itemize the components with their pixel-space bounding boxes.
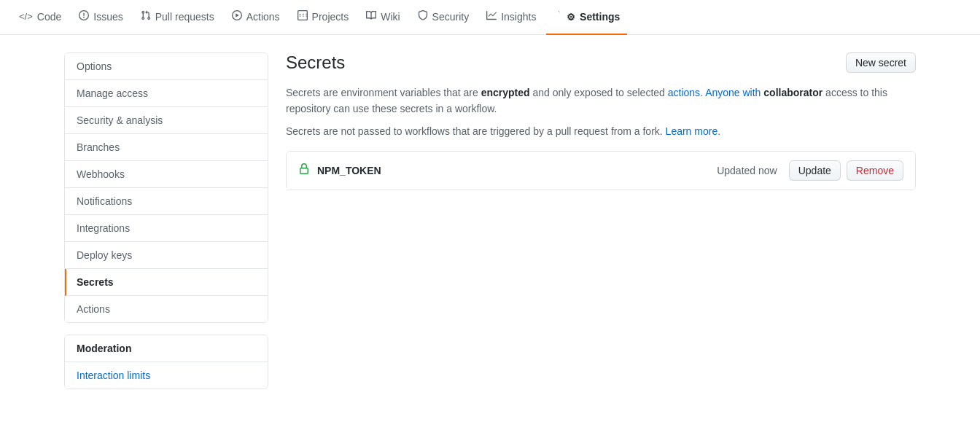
- pull-requests-icon: [141, 10, 151, 23]
- top-nav: </> Code Issues Pull requests Actions Pr…: [0, 0, 980, 35]
- sidebar: Options Manage access Security & analysi…: [64, 52, 268, 401]
- issues-icon: [79, 10, 89, 23]
- nav-projects[interactable]: Projects: [290, 0, 357, 35]
- anyone-link[interactable]: Anyone with: [705, 87, 761, 98]
- sidebar-item-integrations[interactable]: Integrations: [65, 215, 268, 242]
- nav-settings[interactable]: ⚙ Settings: [546, 0, 627, 35]
- secret-updated: Updated now: [717, 165, 777, 176]
- sidebar-item-branches[interactable]: Branches: [65, 134, 268, 161]
- sidebar-moderation-header: Moderation: [65, 335, 268, 362]
- sidebar-item-deploy-keys[interactable]: Deploy keys: [65, 242, 268, 269]
- wiki-icon: [366, 10, 376, 23]
- nav-actions[interactable]: Actions: [225, 0, 287, 35]
- nav-insights[interactable]: Insights: [479, 0, 543, 35]
- sidebar-item-interaction-limits[interactable]: Interaction limits: [65, 362, 268, 389]
- sidebar-item-notifications[interactable]: Notifications: [65, 188, 268, 215]
- nav-pull-requests[interactable]: Pull requests: [133, 0, 222, 35]
- page-title: Secrets: [286, 52, 345, 73]
- nav-security[interactable]: Security: [411, 0, 477, 35]
- secrets-description: Secrets are environment variables that a…: [286, 85, 916, 139]
- nav-projects-label: Projects: [312, 11, 349, 23]
- sidebar-item-options[interactable]: Options: [65, 53, 268, 80]
- nav-actions-label: Actions: [246, 11, 280, 23]
- main-layout: Options Manage access Security & analysi…: [52, 35, 928, 418]
- secret-name: NPM_TOKEN: [317, 165, 717, 176]
- nav-pull-requests-label: Pull requests: [155, 11, 214, 23]
- secret-action-buttons: Update Remove: [789, 160, 903, 181]
- update-secret-button[interactable]: Update: [789, 160, 841, 181]
- nav-settings-label: Settings: [580, 11, 620, 23]
- actions-link[interactable]: actions: [668, 87, 700, 98]
- sidebar-item-manage-access[interactable]: Manage access: [65, 80, 268, 107]
- sidebar-main-section: Options Manage access Security & analysi…: [64, 52, 268, 323]
- insights-icon: [486, 10, 497, 23]
- sidebar-item-webhooks[interactable]: Webhooks: [65, 161, 268, 188]
- remove-secret-button[interactable]: Remove: [847, 160, 903, 181]
- sidebar-item-actions[interactable]: Actions: [65, 296, 268, 322]
- sidebar-moderation-section: Moderation Interaction limits: [64, 335, 268, 389]
- table-row: NPM_TOKEN Updated now Update Remove: [287, 152, 915, 190]
- sidebar-item-secrets[interactable]: Secrets: [65, 269, 268, 296]
- description-line2: Secrets are not passed to workflows that…: [286, 123, 916, 139]
- encrypted-text: encrypted: [481, 87, 530, 98]
- nav-issues[interactable]: Issues: [71, 0, 130, 35]
- code-icon: </>: [19, 11, 33, 22]
- description-line1: Secrets are environment variables that a…: [286, 85, 916, 117]
- collaborator-text: collaborator: [763, 87, 822, 98]
- projects-icon: [298, 10, 308, 23]
- nav-insights-label: Insights: [501, 11, 536, 23]
- nav-code[interactable]: </> Code: [12, 0, 69, 35]
- security-icon: [418, 10, 428, 23]
- lock-icon: [298, 163, 310, 178]
- new-secret-button[interactable]: New secret: [846, 52, 916, 73]
- sidebar-item-security-analysis[interactable]: Security & analysis: [65, 107, 268, 134]
- nav-security-label: Security: [432, 11, 470, 23]
- secrets-table: NPM_TOKEN Updated now Update Remove: [286, 151, 916, 190]
- settings-icon: ⚙: [553, 10, 575, 23]
- nav-wiki[interactable]: Wiki: [359, 0, 407, 35]
- learn-more-link[interactable]: Learn more: [666, 125, 718, 137]
- actions-icon: [232, 10, 242, 23]
- nav-wiki-label: Wiki: [381, 11, 400, 23]
- nav-code-label: Code: [37, 11, 61, 23]
- nav-issues-label: Issues: [93, 11, 122, 23]
- content-header: Secrets New secret: [286, 52, 916, 73]
- content-area: Secrets New secret Secrets are environme…: [286, 52, 916, 401]
